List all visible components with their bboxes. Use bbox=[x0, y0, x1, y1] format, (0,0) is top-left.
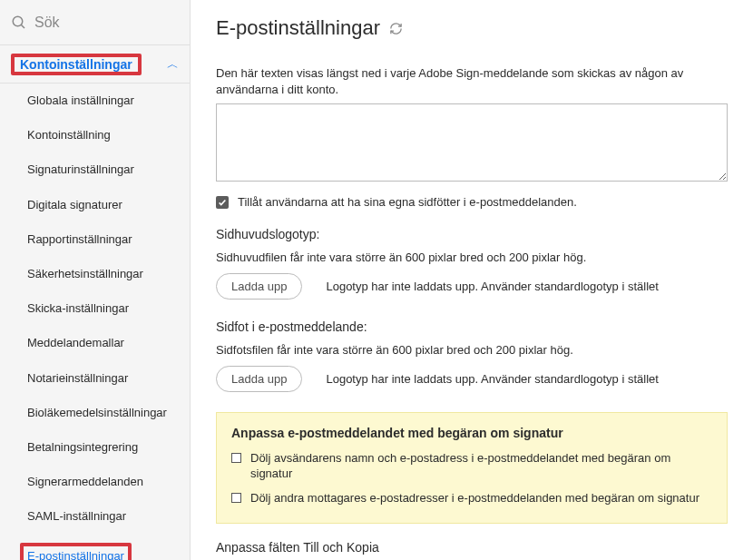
footer-logo-status: Logotyp har inte laddats upp. Använder s… bbox=[326, 372, 658, 386]
sidebar-section-label: Kontoinställningar bbox=[16, 55, 136, 74]
sidebar-section-header[interactable]: Kontoinställningar ︿ bbox=[0, 45, 190, 84]
sidebar-item-digital-signatures[interactable]: Digitala signaturer bbox=[0, 188, 190, 222]
chevron-up-icon: ︿ bbox=[167, 56, 179, 73]
hide-sender-row[interactable]: Dölj avsändarens namn och e-postadress i… bbox=[231, 451, 712, 482]
main-content: E-postinställningar Den här texten visas… bbox=[191, 0, 753, 560]
hide-sender-label: Dölj avsändarens namn och e-postadress i… bbox=[250, 451, 712, 482]
sidebar-item-message-templates[interactable]: Meddelandemallar bbox=[0, 326, 190, 360]
search-input[interactable] bbox=[34, 15, 179, 31]
hide-recipients-label: Dölj andra mottagares e-postadresser i e… bbox=[250, 491, 699, 506]
footer-logo-heading: Sidfot i e-postmeddelande: bbox=[216, 319, 728, 334]
svg-line-1 bbox=[21, 25, 24, 28]
header-logo-status: Logotyp har inte laddats upp. Använder s… bbox=[326, 280, 658, 293]
sidebar-item-notary-settings[interactable]: Notarieinställningar bbox=[0, 361, 190, 396]
upload-header-logo-button[interactable]: Ladda upp bbox=[216, 273, 302, 300]
header-logo-hint: Sidhuvudfilen får inte vara större än 60… bbox=[216, 251, 728, 264]
sidebar-item-report-settings[interactable]: Rapportinställningar bbox=[0, 222, 190, 257]
refresh-icon[interactable] bbox=[389, 22, 403, 35]
hide-recipients-row[interactable]: Dölj andra mottagares e-postadresser i e… bbox=[231, 491, 712, 506]
sidebar-item-signer-messages[interactable]: Signerarmeddelanden bbox=[0, 465, 190, 499]
footer-text-input[interactable] bbox=[216, 103, 728, 182]
search-icon bbox=[11, 15, 27, 31]
sidebar-item-global-settings[interactable]: Globala inställningar bbox=[0, 84, 190, 118]
sidebar-item-email-settings[interactable]: E-postinställningar bbox=[0, 534, 190, 560]
search-row bbox=[0, 0, 190, 45]
sidebar-item-biopharma-settings[interactable]: Bioläkemedelsinställningar bbox=[0, 396, 190, 430]
sidebar-item-saml-settings[interactable]: SAML-inställningar bbox=[0, 499, 190, 534]
sidebar: Kontoinställningar ︿ Globala inställning… bbox=[0, 0, 191, 560]
sidebar-item-send-settings[interactable]: Skicka-inställningar bbox=[0, 291, 190, 326]
customize-panel-title: Anpassa e-postmeddelandet med begäran om… bbox=[231, 426, 712, 440]
header-logo-heading: Sidhuvudslogotyp: bbox=[216, 227, 728, 241]
svg-point-0 bbox=[13, 16, 23, 26]
upload-footer-logo-button[interactable]: Ladda upp bbox=[216, 366, 302, 392]
sidebar-item-account-setup[interactable]: Kontoinställning bbox=[0, 118, 190, 152]
highlight-account-settings: Kontoinställningar bbox=[11, 54, 142, 75]
to-cc-heading: Anpassa fälten Till och Kopia bbox=[216, 540, 728, 555]
footer-logo-upload-row: Ladda upp Logotyp har inte laddats upp. … bbox=[216, 366, 728, 392]
highlight-email-settings: E-postinställningar bbox=[20, 543, 132, 560]
header-logo-upload-row: Ladda upp Logotyp har inte laddats upp. … bbox=[216, 273, 728, 300]
checkbox-unchecked-icon[interactable] bbox=[231, 453, 241, 463]
footer-text-description: Den här texten visas längst ned i varje … bbox=[216, 65, 728, 98]
page-title: E-postinställningar bbox=[216, 16, 380, 40]
sidebar-item-signature-settings[interactable]: Signaturinställningar bbox=[0, 152, 190, 187]
page-title-row: E-postinställningar bbox=[216, 16, 728, 40]
allow-own-footer-row[interactable]: Tillåt användarna att ha sina egna sidfö… bbox=[216, 195, 728, 209]
checkbox-checked-icon[interactable] bbox=[216, 196, 229, 209]
footer-logo-hint: Sidfotsfilen får inte vara större än 600… bbox=[216, 343, 728, 357]
sidebar-nav-list[interactable]: Globala inställningar Kontoinställning S… bbox=[0, 84, 190, 560]
checkbox-unchecked-icon[interactable] bbox=[231, 493, 241, 503]
sidebar-item-payment-integration[interactable]: Betalningsintegrering bbox=[0, 430, 190, 465]
customize-signature-request-panel: Anpassa e-postmeddelandet med begäran om… bbox=[216, 412, 728, 524]
sidebar-item-security-settings[interactable]: Säkerhetsinställningar bbox=[0, 257, 190, 291]
allow-own-footer-label: Tillåt användarna att ha sina egna sidfö… bbox=[238, 195, 577, 209]
